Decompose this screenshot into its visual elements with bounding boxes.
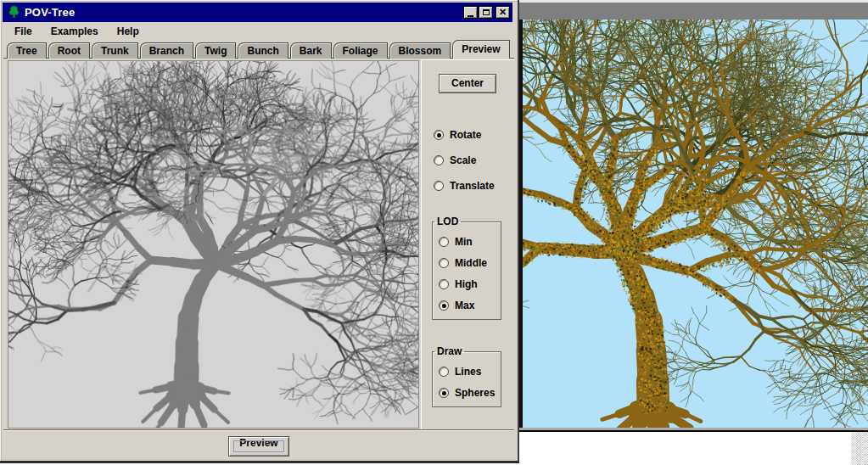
radio-lod-middle[interactable]: Middle	[439, 256, 501, 270]
menubar: File Examples Help	[3, 22, 512, 40]
preview-button[interactable]: Preview	[228, 436, 289, 457]
radio-lod-max-icon	[439, 300, 449, 311]
render-window	[519, 0, 868, 465]
center-button[interactable]: Center	[439, 74, 496, 93]
render-window-titlebar[interactable]	[519, 0, 868, 20]
tab-preview[interactable]: Preview	[452, 40, 509, 59]
tab-bunch[interactable]: Bunch	[238, 42, 288, 59]
tab-bark[interactable]: Bark	[290, 42, 332, 59]
tab-tree[interactable]: Tree	[7, 42, 47, 59]
tab-trunk[interactable]: Trunk	[92, 42, 138, 59]
draw-group-label: Draw	[434, 345, 464, 357]
draw-groupbox: Draw Lines Spheres	[432, 345, 501, 407]
close-button[interactable]: ✕	[496, 6, 510, 19]
tree-icon	[7, 5, 21, 20]
preview-tab-content: Center Rotate Scale Translate LOD	[3, 58, 514, 461]
minimize-button[interactable]	[463, 6, 478, 19]
tab-twig[interactable]: Twig	[195, 42, 236, 59]
radio-lod-min[interactable]: Min	[439, 235, 501, 249]
radio-draw-lines-icon	[439, 367, 449, 377]
wireframe-preview-canvas[interactable]	[8, 60, 419, 429]
menu-examples[interactable]: Examples	[46, 24, 104, 39]
vertical-scrollbar[interactable]	[851, 432, 868, 465]
radio-rotate-icon	[434, 130, 444, 140]
radio-lod-max[interactable]: Max	[439, 299, 501, 312]
lod-group-label: LOD	[434, 216, 461, 227]
bottom-strip: Preview	[3, 429, 514, 462]
maximize-button[interactable]	[479, 6, 493, 19]
render-window-bottom	[523, 432, 868, 465]
maximize-icon	[483, 9, 490, 15]
radio-scale-icon	[434, 155, 444, 165]
lod-groupbox: LOD Min Middle High Max	[432, 216, 501, 320]
radio-translate[interactable]: Translate	[434, 179, 495, 193]
radio-draw-lines[interactable]: Lines	[439, 365, 501, 378]
preview-control-panel: Center Rotate Scale Translate LOD	[421, 59, 514, 429]
tab-root[interactable]: Root	[48, 42, 90, 59]
window-title: POV-Tree	[25, 6, 75, 19]
close-icon: ✕	[499, 8, 507, 17]
menu-file[interactable]: File	[9, 24, 37, 39]
tab-blossom[interactable]: Blossom	[389, 42, 451, 59]
pov-tree-window: POV-Tree ✕ File Examples Help Tree Root …	[0, 0, 519, 463]
radio-lod-middle-icon	[439, 258, 449, 268]
radio-draw-spheres[interactable]: Spheres	[439, 386, 501, 400]
radio-draw-spheres-icon	[439, 388, 449, 398]
tabstrip: Tree Root Trunk Branch Twig Bunch Bark F…	[7, 40, 512, 59]
screen: POV-Tree ✕ File Examples Help Tree Root …	[0, 0, 868, 465]
menu-help[interactable]: Help	[112, 24, 144, 39]
radio-scale[interactable]: Scale	[434, 154, 476, 167]
titlebar[interactable]: POV-Tree ✕	[3, 3, 512, 22]
radio-lod-high[interactable]: High	[439, 277, 501, 291]
tab-foliage[interactable]: Foliage	[333, 42, 388, 59]
minimize-icon	[468, 15, 473, 17]
rendered-tree-image	[523, 20, 868, 428]
render-image-area	[519, 20, 868, 428]
tab-branch[interactable]: Branch	[140, 42, 193, 59]
radio-lod-min-icon	[439, 237, 449, 247]
radio-lod-high-icon	[439, 279, 449, 289]
radio-rotate[interactable]: Rotate	[434, 128, 481, 142]
radio-translate-icon	[434, 181, 444, 191]
